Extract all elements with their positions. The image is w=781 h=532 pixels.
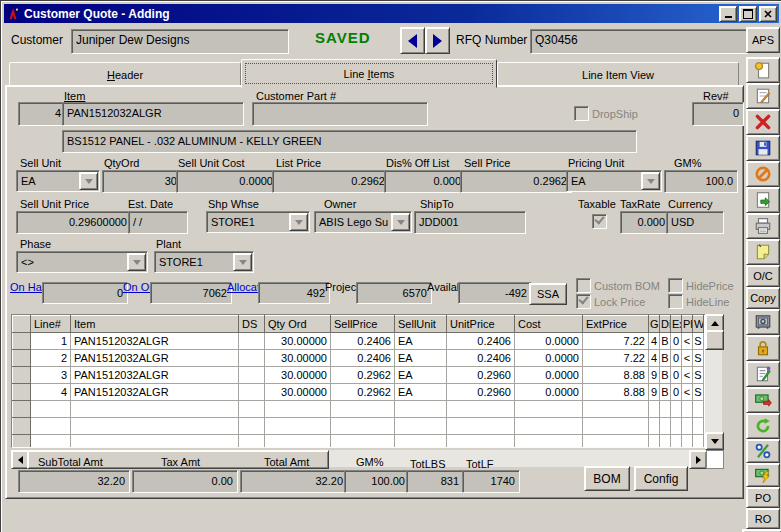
customer-part-field[interactable] [252,102,428,126]
minimize-button[interactable] [719,6,737,22]
table-cell: 8.88 [583,384,649,401]
rfq-number-field[interactable]: Q30456 [530,29,748,54]
refresh-button[interactable] [746,413,780,439]
po-button[interactable]: PO [746,487,780,508]
item-seq-field: 4 [18,102,66,126]
on-hand-link[interactable]: On Hand [10,282,42,293]
money-out-button[interactable] [746,387,780,413]
column-header[interactable]: Line# [31,316,71,333]
next-record-button[interactable] [425,27,450,54]
shipto-field[interactable]: JDD001 [414,211,526,234]
edit-quote-button[interactable] [746,83,780,109]
item-field[interactable]: PAN1512032ALGR [62,102,244,126]
lock-button[interactable] [746,335,780,361]
tab-line-item-view[interactable]: Line Item View [497,62,739,87]
table-row[interactable] [13,435,704,449]
table-row[interactable] [13,401,704,418]
column-header[interactable]: Ex [671,316,682,333]
bom-button[interactable]: BOM [584,466,630,491]
row-selector[interactable] [13,401,31,418]
column-header[interactable]: Ph [682,316,693,333]
customer-field[interactable]: Juniper Dew Designs [71,29,289,54]
ro-button[interactable]: RO [746,508,780,529]
column-header[interactable]: W [693,316,704,333]
hide-price-checkbox[interactable] [668,278,683,293]
table-row[interactable]: 1PAN1512032ALGR30.000000.2406EA0.24060.0… [13,333,704,350]
maximize-button[interactable] [739,6,757,22]
scroll-down-button[interactable] [705,432,724,450]
config-button[interactable]: Config [634,466,688,491]
item-label[interactable]: Item [64,90,85,102]
plant-dropdown[interactable]: STORE1 [154,251,254,273]
table-row[interactable]: 2PAN1512032ALGR30.000000.2406EA0.24060.0… [13,350,704,367]
tab-header[interactable]: Header [9,62,241,87]
table-cell [660,418,671,435]
custom-bom-checkbox[interactable] [576,278,591,293]
tab-line-items[interactable]: Line Items [241,59,497,88]
sell-unit-price-field[interactable]: 0.29600000 [16,211,132,234]
notes-button[interactable] [746,239,780,265]
sell-unit-cost-field[interactable]: 0.0000 [176,170,278,193]
pricing-unit-dropdown[interactable]: EA [566,170,662,192]
scroll-right-button[interactable] [689,450,707,469]
money-flash-button[interactable] [746,463,780,487]
column-header[interactable]: SellUnit [395,316,447,333]
shp-whse-dropdown[interactable]: STORE1 [206,211,310,233]
phase-dropdown[interactable]: <> [16,251,148,273]
table-cell [239,367,265,384]
dis-off-list-field[interactable]: 0.000 [384,170,466,193]
sell-unit-dropdown[interactable]: EA [16,170,100,192]
row-selector[interactable] [13,350,31,367]
column-header[interactable]: Di [660,316,671,333]
close-button[interactable] [759,6,777,22]
column-header[interactable]: UnitPrice [447,316,515,333]
table-row[interactable]: 4PAN1512032ALGR30.000000.2962EA0.29600.0… [13,384,704,401]
owner-dropdown[interactable]: ABIS Lego Su [314,211,412,233]
sell-price-field[interactable]: 0.2962 [460,170,572,193]
save-button[interactable] [746,135,780,161]
taxable-checkbox[interactable] [592,214,607,229]
print-button[interactable] [746,213,780,239]
column-header[interactable]: Item [71,316,239,333]
new-quote-button[interactable] [746,57,780,83]
row-selector[interactable] [13,384,31,401]
row-selector[interactable] [13,333,31,350]
row-selector[interactable] [13,435,31,449]
taxrate-label: TaxRate [620,198,660,210]
list-price-field[interactable]: 0.2962 [272,170,390,193]
prev-record-button[interactable] [400,27,425,54]
hide-line-checkbox[interactable] [668,294,683,309]
column-header[interactable]: Qty Ord [265,316,331,333]
close-icon [764,10,772,18]
export-button[interactable] [746,187,780,213]
delete-button[interactable] [746,109,780,135]
column-header[interactable]: ExtPrice [583,316,649,333]
row-selector[interactable] [13,367,31,384]
aps-button[interactable]: APS [746,27,780,53]
table-row[interactable] [13,418,704,435]
percent-button[interactable] [746,439,780,463]
column-header[interactable]: SellPrice [331,316,395,333]
edit-pad-button[interactable] [746,361,780,387]
table-cell [660,401,671,418]
table-cell [239,401,265,418]
table-row[interactable]: 3PAN1512032ALGR30.000000.2962EA0.29600.0… [13,367,704,384]
allocated-link[interactable]: Allocated [227,282,259,293]
item-description-field[interactable]: BS1512 PANEL - .032 ALUMINUM - KELLY GRE… [62,130,637,153]
vscroll-thumb[interactable] [705,330,724,350]
table-vscrollbar[interactable] [705,314,722,448]
oc-button[interactable]: O/C [746,265,780,287]
qtyord-field[interactable]: 30 [102,170,182,193]
row-selector[interactable] [13,418,31,435]
column-header[interactable]: DS [239,316,265,333]
est-date-field[interactable]: / / [128,211,188,234]
copy-button[interactable]: Copy [746,287,780,309]
vault-button[interactable] [746,309,780,335]
ssa-button[interactable]: SSA [529,283,567,305]
lock-price-checkbox[interactable] [576,294,591,309]
table-cell: 30.00000 [265,350,331,367]
column-header[interactable]: G [649,316,660,333]
column-header[interactable]: Cost [515,316,583,333]
dropship-checkbox[interactable] [574,106,589,121]
cancel-button[interactable] [746,161,780,187]
